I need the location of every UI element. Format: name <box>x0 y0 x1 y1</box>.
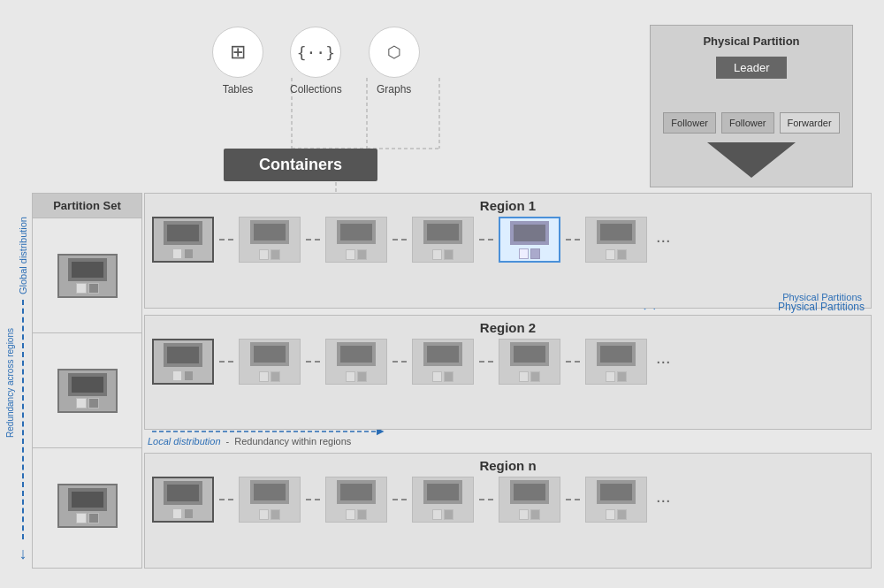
region-1-block: Region 1 <box>144 193 872 309</box>
region-n-partition-1 <box>152 477 214 523</box>
region-2-ellipsis: ··· <box>656 351 671 371</box>
pp-leader: Leader <box>716 57 787 79</box>
region-n-partition-5 <box>499 477 560 523</box>
tables-icon-item: ⊞ Tables <box>212 27 263 95</box>
graphs-icon-item: ⬡ Graphs <box>369 27 420 95</box>
redundancy-across-container: Redundancy across regions <box>2 221 18 561</box>
tables-icon: ⊞ <box>212 27 263 78</box>
main-container: ⊞ Tables {··} Collections ⬡ Graphs Conta… <box>0 0 884 588</box>
region-1-partition-1 <box>152 217 214 263</box>
regions-area: Region 1 <box>144 193 872 569</box>
region-n-block: Region n <box>144 453 872 569</box>
collections-label: Collections <box>290 83 342 95</box>
pp-follower-1: Follower <box>663 112 716 134</box>
redundancy-across-label: Redundancy across regions <box>5 328 15 438</box>
pp-forwarder: Forwarder <box>780 112 840 134</box>
region-n-ellipsis: ··· <box>656 490 671 510</box>
local-distribution-label: Local distribution <box>148 436 221 447</box>
physical-partitions-arrow-label: Physical Partitions <box>778 301 865 313</box>
region-1-partition-3 <box>325 217 387 263</box>
containers-label: Containers <box>259 156 342 173</box>
region-2-partition-3 <box>325 339 387 385</box>
partition-set-item-3 <box>33 448 141 562</box>
partition-set-item-1 <box>33 218 141 333</box>
region-1-partition-5 <box>499 217 560 263</box>
local-distribution-separator: - <box>226 436 230 447</box>
region-2-partition-4 <box>412 339 474 385</box>
physical-partition-title: Physical Partition <box>659 34 843 48</box>
top-icons-area: ⊞ Tables {··} Collections ⬡ Graphs <box>212 27 420 95</box>
graphs-icon: ⬡ <box>369 27 420 78</box>
region-1-partition-6 <box>585 217 647 263</box>
partition-set-header: Partition Set <box>33 194 141 218</box>
region-2-block: Region 2 <box>144 315 872 431</box>
region-2-partition-6 <box>585 339 647 385</box>
region-2-partition-1 <box>152 339 214 385</box>
region-n-partition-4 <box>412 477 474 523</box>
region-1-partition-4 <box>412 217 474 263</box>
physical-partitions-text: Physical Partitions <box>778 301 865 313</box>
collections-icon: {··} <box>290 27 341 78</box>
region-n-partition-2 <box>239 477 301 523</box>
region-n-title: Region n <box>145 454 871 475</box>
local-distribution-row: Local distribution - Redundancy within r… <box>144 436 872 447</box>
region-n-partition-6 <box>585 477 647 523</box>
physical-partition-box: Physical Partition Leader Follower Follo… <box>650 25 853 187</box>
region-1-title: Region 1 <box>145 194 871 215</box>
region-1-partition-2 <box>239 217 301 263</box>
collections-icon-item: {··} Collections <box>290 27 342 95</box>
containers-box: Containers <box>224 149 377 181</box>
partition-set-column: Partition Set <box>32 193 142 569</box>
region-2-partition-2 <box>239 339 301 385</box>
pp-followers: Follower Follower Forwarder <box>663 112 839 134</box>
tables-label: Tables <box>223 83 254 95</box>
pp-follower-2: Follower <box>721 112 774 134</box>
region-2-title: Region 2 <box>145 316 871 337</box>
region-2-partition-5 <box>499 339 560 385</box>
graphs-label: Graphs <box>377 83 411 95</box>
region-n-partition-3 <box>325 477 387 523</box>
redundancy-within-label: Redundancy within regions <box>234 436 351 447</box>
partition-set-item-2 <box>33 333 141 448</box>
region-1-ellipsis: ··· <box>656 230 671 250</box>
